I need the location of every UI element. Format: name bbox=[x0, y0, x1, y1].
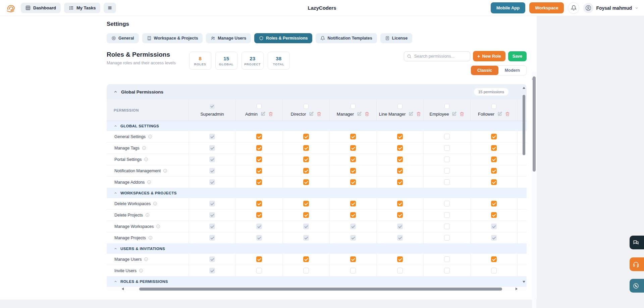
permission-checkbox[interactable] bbox=[444, 212, 450, 218]
permission-checkbox[interactable] bbox=[491, 157, 497, 162]
edit-role-icon[interactable] bbox=[309, 112, 314, 116]
permission-checkbox[interactable] bbox=[303, 134, 309, 139]
role-select-checkbox[interactable] bbox=[444, 104, 449, 109]
permission-checkbox[interactable] bbox=[303, 157, 309, 162]
permission-checkbox[interactable] bbox=[350, 212, 356, 218]
permission-checkbox[interactable] bbox=[491, 201, 497, 206]
permission-checkbox[interactable] bbox=[303, 212, 309, 218]
edit-role-icon[interactable] bbox=[261, 112, 265, 116]
permission-checkbox[interactable] bbox=[397, 168, 403, 174]
tab-roles-permissions[interactable]: Roles & Permissions bbox=[254, 33, 312, 43]
permission-checkbox[interactable] bbox=[444, 235, 450, 241]
app-logo-icon[interactable] bbox=[5, 2, 17, 14]
section-header[interactable]: USERS & INVITATIONS bbox=[107, 244, 527, 254]
tab-general[interactable]: General bbox=[107, 33, 139, 43]
delete-role-icon[interactable] bbox=[365, 112, 369, 116]
permission-checkbox[interactable] bbox=[303, 168, 309, 174]
permission-checkbox[interactable] bbox=[397, 134, 403, 139]
whatsapp-fab-button[interactable] bbox=[630, 279, 644, 293]
permission-checkbox[interactable] bbox=[350, 201, 356, 206]
my-tasks-button[interactable]: My Tasks bbox=[64, 3, 101, 13]
permission-checkbox[interactable] bbox=[397, 256, 403, 262]
permission-checkbox[interactable] bbox=[444, 256, 450, 262]
info-icon[interactable] bbox=[163, 169, 167, 173]
table-vertical-scrollbar[interactable] bbox=[522, 87, 526, 283]
permission-checkbox[interactable] bbox=[444, 224, 450, 229]
permission-checkbox[interactable] bbox=[397, 201, 403, 206]
permission-checkbox[interactable] bbox=[256, 201, 262, 206]
edit-role-icon[interactable] bbox=[357, 112, 362, 116]
delete-role-icon[interactable] bbox=[416, 112, 421, 116]
edit-role-icon[interactable] bbox=[497, 112, 502, 116]
info-icon[interactable] bbox=[145, 213, 150, 217]
permission-checkbox[interactable] bbox=[350, 168, 356, 174]
search-permissions-input[interactable] bbox=[404, 51, 470, 61]
permission-checkbox[interactable] bbox=[350, 268, 356, 273]
info-icon[interactable] bbox=[139, 268, 143, 273]
new-role-button[interactable]: + New Role bbox=[473, 51, 505, 61]
permission-checkbox[interactable] bbox=[397, 145, 403, 151]
permission-checkbox[interactable] bbox=[256, 256, 262, 262]
permission-checkbox[interactable] bbox=[350, 145, 356, 151]
permission-checkbox[interactable] bbox=[444, 179, 450, 185]
tab-notification-templates[interactable]: Notification Templates bbox=[316, 33, 377, 43]
role-select-checkbox[interactable] bbox=[304, 104, 309, 109]
toggle-modern[interactable]: Modern bbox=[498, 66, 526, 75]
delete-role-icon[interactable] bbox=[505, 112, 510, 116]
permission-checkbox[interactable] bbox=[350, 256, 356, 262]
permission-checkbox[interactable] bbox=[397, 212, 403, 218]
permission-checkbox[interactable] bbox=[256, 212, 262, 218]
permission-checkbox[interactable] bbox=[256, 145, 262, 151]
info-icon[interactable] bbox=[147, 180, 151, 184]
tab-license[interactable]: License bbox=[380, 33, 413, 43]
permission-checkbox[interactable] bbox=[491, 134, 497, 139]
permission-checkbox[interactable] bbox=[491, 256, 497, 262]
permission-checkbox[interactable] bbox=[303, 201, 309, 206]
edit-role-icon[interactable] bbox=[452, 112, 457, 116]
permission-checkbox[interactable] bbox=[397, 268, 403, 273]
permission-checkbox[interactable] bbox=[444, 134, 450, 139]
info-icon[interactable] bbox=[148, 236, 153, 240]
info-icon[interactable] bbox=[148, 134, 152, 139]
permission-checkbox[interactable] bbox=[256, 168, 262, 174]
scroll-left-arrow[interactable] bbox=[122, 288, 124, 290]
horizontal-scrollbar-thumb[interactable] bbox=[139, 288, 502, 291]
user-menu[interactable]: Foysal mahmud bbox=[583, 3, 639, 13]
table-scrollbar-thumb[interactable] bbox=[523, 95, 525, 155]
info-icon[interactable] bbox=[144, 257, 148, 261]
permission-checkbox[interactable] bbox=[491, 145, 497, 151]
global-permissions-header[interactable]: Global Permissions 15 permissions bbox=[107, 84, 527, 100]
tab-workspace-projects[interactable]: Workspace & Projects bbox=[142, 33, 203, 43]
page-scrollbar-thumb[interactable] bbox=[533, 76, 536, 172]
edit-role-icon[interactable] bbox=[409, 112, 413, 116]
permission-checkbox[interactable] bbox=[397, 157, 403, 162]
notifications-button[interactable] bbox=[568, 2, 579, 14]
page-vertical-scrollbar[interactable] bbox=[532, 72, 536, 308]
menu-button[interactable] bbox=[104, 3, 116, 13]
delete-role-icon[interactable] bbox=[460, 112, 464, 116]
scroll-right-arrow[interactable] bbox=[516, 288, 518, 290]
permission-checkbox[interactable] bbox=[444, 145, 450, 151]
permission-checkbox[interactable] bbox=[256, 179, 262, 185]
info-icon[interactable] bbox=[156, 224, 160, 229]
scroll-down-arrow[interactable] bbox=[523, 281, 525, 283]
permission-checkbox[interactable] bbox=[444, 201, 450, 206]
delete-role-icon[interactable] bbox=[268, 112, 273, 116]
info-icon[interactable] bbox=[144, 157, 148, 162]
permission-checkbox[interactable] bbox=[491, 179, 497, 185]
permission-checkbox[interactable] bbox=[444, 168, 450, 174]
chat-fab-button[interactable] bbox=[630, 236, 644, 249]
permission-checkbox[interactable] bbox=[491, 268, 497, 273]
permission-checkbox[interactable] bbox=[491, 168, 497, 174]
delete-role-icon[interactable] bbox=[317, 112, 321, 116]
section-header[interactable]: GLOBAL SETTINGS bbox=[107, 121, 527, 131]
horizontal-scrollbar[interactable] bbox=[107, 287, 527, 291]
section-header[interactable]: WORKSPACES & PROJECTS bbox=[107, 188, 527, 198]
workspace-button[interactable]: Workspace bbox=[529, 2, 564, 13]
permission-checkbox[interactable] bbox=[256, 134, 262, 139]
info-icon[interactable] bbox=[153, 201, 157, 206]
permission-checkbox[interactable] bbox=[350, 179, 356, 185]
permission-checkbox[interactable] bbox=[303, 179, 309, 185]
dashboard-button[interactable]: Dashboard bbox=[21, 3, 61, 13]
permission-checkbox[interactable] bbox=[350, 157, 356, 162]
